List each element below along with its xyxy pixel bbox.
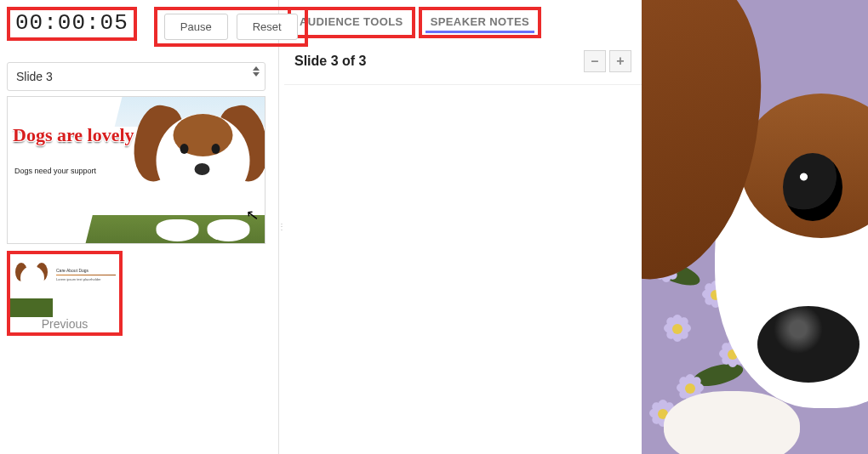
prev-thumb-title: Care About Dogs <box>56 268 116 273</box>
timer-buttons-group: Pause Reset <box>154 7 308 47</box>
notes-header: Slide 3 of 3 – + <box>284 38 642 84</box>
previous-slide-nav[interactable]: Care About Dogs Lorem ipsum text placeho… <box>7 251 123 336</box>
dog-photo-large <box>642 0 868 454</box>
slide-title-text: Dogs are lovely <box>13 126 134 145</box>
tabs-row: AUDIENCE TOOLS SPEAKER NOTES <box>284 0 642 38</box>
slide-position-label: Slide 3 of 3 <box>294 54 366 69</box>
previous-slide-thumbnail: Care About Dogs Lorem ipsum text placeho… <box>10 254 119 317</box>
presenter-view: 00:00:05 Pause Reset Slide 3 <box>0 0 868 454</box>
zoom-out-button[interactable]: – <box>584 50 606 72</box>
pause-button[interactable]: Pause <box>164 14 228 40</box>
slide-photo <box>77 96 266 244</box>
zoom-in-button[interactable]: + <box>609 50 631 72</box>
mouse-cursor-icon: ↖ <box>245 205 260 225</box>
speaker-notes-body <box>284 84 642 454</box>
left-panel: 00:00:05 Pause Reset Slide 3 <box>0 0 279 454</box>
slide-selector-label: Slide 3 <box>16 70 53 83</box>
elapsed-timer: 00:00:05 <box>7 7 137 41</box>
notes-panel: AUDIENCE TOOLS SPEAKER NOTES Slide 3 of … <box>284 0 642 454</box>
slide-selector-dropdown[interactable]: Slide 3 <box>7 62 266 91</box>
dog-illustration <box>127 97 266 241</box>
prev-thumb-subtitle: Lorem ipsum text placeholder <box>56 277 116 281</box>
zoom-controls: – + <box>584 50 631 72</box>
reset-button[interactable]: Reset <box>237 14 298 40</box>
current-slide-thumbnail[interactable]: Dogs are lovely Dogs need your support ↖ <box>7 96 266 244</box>
slide-subtitle-text: Dogs need your support <box>14 167 96 175</box>
timer-controls-row: 00:00:05 Pause Reset <box>7 7 271 47</box>
previous-label: Previous <box>10 317 119 331</box>
stepper-icon <box>253 66 260 77</box>
tab-speaker-notes[interactable]: SPEAKER NOTES <box>419 7 541 38</box>
live-slide-preview: // generate scattered daisy-like flowers… <box>642 0 868 454</box>
